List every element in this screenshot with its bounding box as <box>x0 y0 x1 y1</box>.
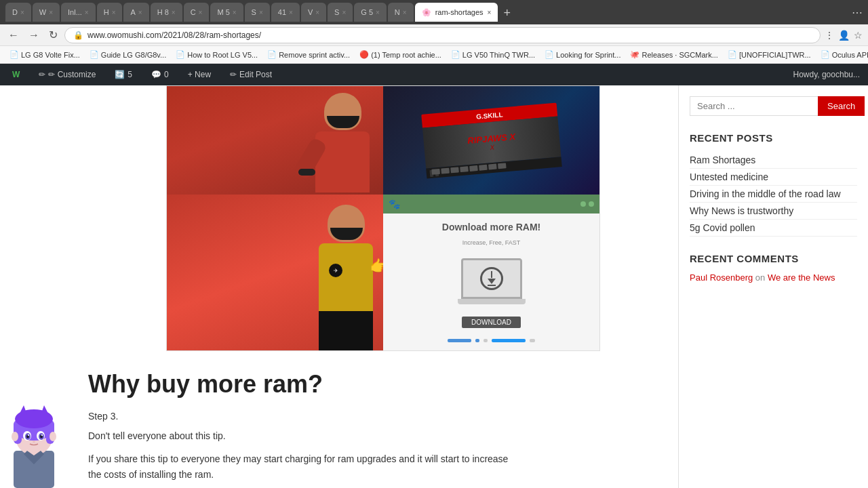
download-button[interactable]: DOWNLOAD <box>462 317 521 328</box>
reload-button[interactable]: ↻ <box>46 27 60 43</box>
lock-icon: 🔒 <box>73 30 83 40</box>
bookmarks-bar: 📄LG G8 Volte Fix... 📄Guide LG G8/G8v... … <box>0 46 868 64</box>
new-tab-button[interactable]: + <box>499 5 515 22</box>
bookmark-releases-sgc[interactable]: 🐙Releases · SGCMark... <box>626 49 722 60</box>
svg-point-17 <box>50 432 56 441</box>
sidebar: Search RECENT POSTS Ram Shortages Untest… <box>678 85 868 488</box>
tab-g5[interactable]: G 5× <box>354 3 387 22</box>
recent-post-1[interactable]: Untested medicine <box>690 169 857 186</box>
ram-brand-label: G.SKILL <box>475 110 502 119</box>
bookmark-temp-root[interactable]: 🔴(1) Temp root achie... <box>355 49 446 60</box>
tab-active-ram[interactable]: 🌸 ram-shortages × <box>415 3 498 22</box>
site-body: Download more RAM! Increase, Free, FAST <box>383 214 599 350</box>
site-dot-2 <box>589 201 594 207</box>
tab-41[interactable]: 41× <box>271 3 300 22</box>
recent-posts-section: RECENT POSTS Ram Shortages Untested medi… <box>690 132 857 237</box>
wp-customize-item[interactable]: ✏ ✏ Customize <box>35 64 100 85</box>
bookmark-root-lg[interactable]: 📄How to Root LG V5... <box>172 49 262 60</box>
article-heading: Why buy more ram? <box>88 370 529 399</box>
progress-bars <box>448 339 535 342</box>
tab-d[interactable]: D× <box>5 3 31 22</box>
comments-icon: 💬 <box>151 70 161 79</box>
comment-author-0[interactable]: Paul Rosenberg <box>690 272 753 283</box>
address-bar[interactable]: 🔒 www.owomushi.com/2021/08/28/ram-shorta… <box>64 27 821 43</box>
meme-bottom-right: 🐾 Download more RAM! Increase, Free, FAS… <box>383 195 599 350</box>
download-site-title: Download more RAM! <box>442 222 540 232</box>
tab-s2[interactable]: S× <box>328 3 353 22</box>
site-dot-1 <box>580 201 586 207</box>
article-para1: Don't tell everyone about this tip. <box>88 428 529 443</box>
bookmark-unofficial-twr[interactable]: 📄[UNOFFICIAL]TWR... <box>724 49 815 60</box>
search-widget: Search <box>690 96 857 116</box>
tab-ms[interactable]: M 5× <box>210 3 243 22</box>
bookmark-lg-g8-volte[interactable]: 📄LG G8 Volte Fix... <box>5 49 84 60</box>
meme-grid: G.SKILL RIPJAWS X X <box>166 85 600 351</box>
svg-point-13 <box>28 434 29 436</box>
tab-w[interactable]: W× <box>33 3 60 22</box>
site-logo-icon: 🐾 <box>389 199 400 209</box>
address-bar-row: ← → ↻ 🔒 www.owomushi.com/2021/08/28/ram-… <box>0 24 868 46</box>
wp-edit-post-item[interactable]: ✏ Edit Post <box>226 64 276 85</box>
tab-s[interactable]: S× <box>245 3 270 22</box>
tab-a[interactable]: A× <box>123 3 149 22</box>
avatar <box>0 400 68 488</box>
updates-icon: 🔄 <box>115 70 125 79</box>
wp-updates-item[interactable]: 🔄 5 <box>111 64 136 85</box>
edit-icon: ✏ <box>230 70 237 79</box>
extensions-icon[interactable]: ⋮ <box>825 30 834 41</box>
bookmark-looking-sprint[interactable]: 📄Looking for Sprint... <box>540 49 625 60</box>
recent-posts-title: RECENT POSTS <box>690 132 857 144</box>
comment-on-0: on <box>755 272 768 283</box>
tab-h8[interactable]: H 8× <box>151 3 182 22</box>
tab-c[interactable]: C× <box>184 3 210 22</box>
forward-button[interactable]: → <box>26 28 42 43</box>
svg-marker-19 <box>41 405 49 415</box>
back-button[interactable]: ← <box>5 28 22 43</box>
bookmark-guide-lg[interactable]: 📄Guide LG G8/G8v... <box>85 49 170 60</box>
wp-new-item[interactable]: + New <box>184 64 215 85</box>
browser-controls: ⋯ <box>852 6 863 19</box>
minimize-icon[interactable]: ⋯ <box>852 6 863 19</box>
tabs-row: D× W× Inl...× H× A× H 8× C× M 5× S× 41× … <box>5 3 849 22</box>
wp-howdy-label: Howdy, goochbu... <box>793 70 860 79</box>
recent-post-3[interactable]: Why News is trustworthy <box>690 203 857 220</box>
search-input[interactable] <box>690 96 818 116</box>
download-site-subtitle: Increase, Free, FAST <box>462 239 521 246</box>
bookmark-sprint[interactable]: 📄Remove sprint activ... <box>263 49 354 60</box>
comment-post-0[interactable]: We are the News <box>768 272 835 283</box>
main-content: G.SKILL RIPJAWS X X <box>0 85 678 488</box>
svg-point-15 <box>33 441 35 443</box>
tab-h1[interactable]: H× <box>97 3 123 22</box>
recent-post-2[interactable]: Driving in the middle of the road law <box>690 186 857 203</box>
tab-inl[interactable]: Inl...× <box>61 3 96 22</box>
search-button[interactable]: Search <box>818 96 865 116</box>
tab-n[interactable]: N× <box>388 3 414 22</box>
meme-top-right: G.SKILL RIPJAWS X X <box>383 86 599 195</box>
recent-comments-section: RECENT COMMENTS Paul Rosenberg on We are… <box>690 253 857 283</box>
site-header-bar: 🐾 <box>383 195 599 214</box>
comment-entry-0: Paul Rosenberg on We are the News <box>690 272 857 283</box>
wp-comments-item[interactable]: 💬 0 <box>147 64 173 85</box>
meme-top-left <box>167 86 383 195</box>
customize-icon: ✏ <box>39 70 45 79</box>
article-step: Step 3. <box>88 411 529 422</box>
tab-v[interactable]: V× <box>301 3 326 22</box>
avatar-svg <box>0 400 68 488</box>
profile-icon[interactable]: 👤 <box>838 30 850 41</box>
meme-bottom-left: 👉 ✈ <box>167 195 383 350</box>
svg-point-14 <box>41 434 43 436</box>
bookmark-oculus[interactable]: 📄Oculus API App Ver... <box>816 49 868 60</box>
recent-post-4[interactable]: 5g Covid pollen <box>690 220 857 237</box>
bookmark-icon[interactable]: ☆ <box>854 30 863 41</box>
avatar-container <box>0 400 68 488</box>
recent-comments-title: RECENT COMMENTS <box>690 253 857 264</box>
recent-post-0[interactable]: Ram Shortages <box>690 152 857 169</box>
bookmark-v50[interactable]: 📄LG V50 ThinQ TWR... <box>447 49 539 60</box>
article-content: Why buy more ram? Step 3. Don't tell eve… <box>0 370 529 488</box>
laptop-icon <box>458 258 526 304</box>
svg-marker-18 <box>19 405 27 415</box>
wp-logo-item[interactable]: W <box>8 64 24 85</box>
download-ram-website: 🐾 Download more RAM! Increase, Free, FAS… <box>383 195 599 350</box>
browser-chrome: D× W× Inl...× H× A× H 8× C× M 5× S× 41× … <box>0 0 868 24</box>
site-header-dots <box>580 201 594 207</box>
